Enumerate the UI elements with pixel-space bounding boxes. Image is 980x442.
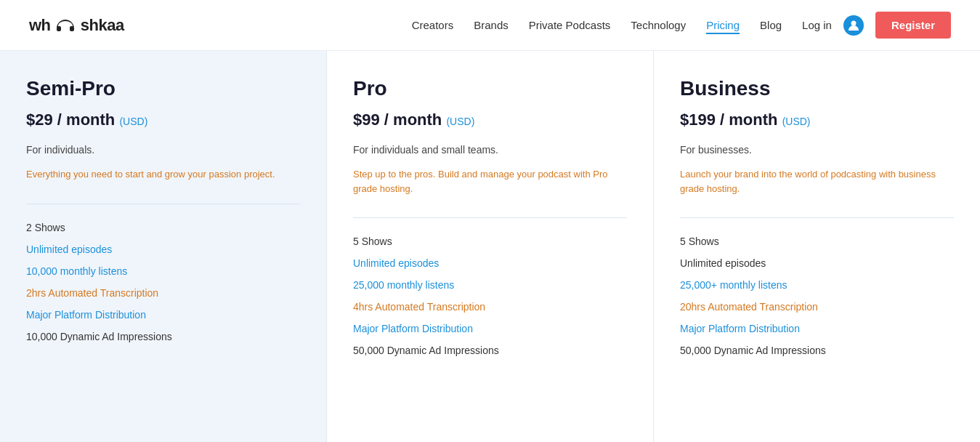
login-link[interactable]: Log in — [802, 19, 832, 31]
nav-private-podcasts[interactable]: Private Podcasts — [529, 16, 611, 34]
semi-pro-features: 2 Shows Unlimited episodes 10,000 monthl… — [26, 222, 300, 342]
pro-feature-0: 5 Shows — [353, 236, 627, 247]
business-period: / month — [720, 110, 777, 129]
semi-pro-divider — [26, 204, 300, 204]
semi-pro-feature-2: 10,000 monthly listens — [26, 265, 300, 277]
pro-feature-4: Major Platform Distribution — [353, 323, 627, 334]
person-icon — [848, 20, 859, 31]
business-feature-4: Major Platform Distribution — [680, 323, 954, 334]
business-feature-1: Unlimited episodes — [680, 257, 954, 269]
nav-creators[interactable]: Creators — [412, 16, 454, 34]
pro-price: $99 / month (USD) — [353, 110, 627, 129]
pro-feature-2: 25,000 monthly listens — [353, 279, 627, 291]
logo-text: wh shkaa — [29, 16, 124, 35]
semi-pro-audience: For individuals. — [26, 144, 300, 156]
pricing-section: Semi-Pro $29 / month (USD) For individua… — [0, 51, 980, 442]
semi-pro-currency: (USD) — [119, 116, 147, 127]
pro-feature-5: 50,000 Dynamic Ad Impressions — [353, 345, 627, 356]
pro-audience: For individuals and small teams. — [353, 144, 627, 156]
business-divider — [680, 217, 954, 218]
user-avatar-icon[interactable] — [843, 15, 864, 36]
business-feature-3: 20hrs Automated Transcription — [680, 301, 954, 313]
pro-features: 5 Shows Unlimited episodes 25,000 monthl… — [353, 236, 627, 356]
business-features: 5 Shows Unlimited episodes 25,000+ month… — [680, 236, 954, 356]
pro-feature-3: 4hrs Automated Transcription — [353, 301, 627, 313]
nav-pricing[interactable]: Pricing — [706, 16, 740, 34]
semi-pro-period: / month — [57, 110, 115, 129]
business-feature-0: 5 Shows — [680, 236, 954, 247]
svg-point-0 — [851, 20, 856, 25]
nav-technology[interactable]: Technology — [631, 16, 686, 34]
pro-divider — [353, 217, 627, 218]
pro-name: Pro — [353, 77, 627, 100]
business-price: $199 / month (USD) — [680, 110, 954, 129]
logo[interactable]: wh shkaa — [29, 16, 124, 35]
pro-tagline: Step up to the pros. Build and manage yo… — [353, 167, 627, 196]
business-name: Business — [680, 77, 954, 100]
semi-pro-price: $29 / month (USD) — [26, 110, 300, 129]
nav-blog[interactable]: Blog — [760, 16, 782, 34]
semi-pro-name: Semi-Pro — [26, 77, 300, 100]
business-price-value: $199 — [680, 110, 716, 129]
plan-semi-pro: Semi-Pro $29 / month (USD) For individua… — [0, 51, 327, 442]
plan-business: Business $199 / month (USD) For business… — [654, 51, 980, 442]
business-feature-5: 50,000 Dynamic Ad Impressions — [680, 345, 954, 356]
register-button[interactable]: Register — [875, 12, 951, 39]
pro-currency: (USD) — [446, 116, 474, 127]
business-currency: (USD) — [782, 116, 811, 127]
business-feature-2: 25,000+ monthly listens — [680, 279, 954, 291]
pro-feature-1: Unlimited episodes — [353, 257, 627, 269]
logo-headphones-icon — [55, 19, 76, 32]
semi-pro-feature-1: Unlimited episodes — [26, 244, 300, 255]
nav-brands[interactable]: Brands — [474, 16, 509, 34]
pro-period: / month — [384, 110, 442, 129]
header-right: Log in Register — [802, 12, 951, 39]
semi-pro-tagline: Everything you need to start and grow yo… — [26, 167, 300, 182]
semi-pro-price-value: $29 — [26, 110, 53, 129]
pro-price-value: $99 — [353, 110, 380, 129]
semi-pro-feature-0: 2 Shows — [26, 222, 300, 233]
semi-pro-feature-5: 10,000 Dynamic Ad Impressions — [26, 331, 300, 342]
main-nav: Creators Brands Private Podcasts Technol… — [412, 16, 782, 34]
semi-pro-feature-4: Major Platform Distribution — [26, 309, 300, 321]
business-tagline: Launch your brand into the world of podc… — [680, 167, 954, 196]
business-audience: For businesses. — [680, 144, 954, 156]
plan-pro: Pro $99 / month (USD) For individuals an… — [327, 51, 654, 442]
semi-pro-feature-3: 2hrs Automated Transcription — [26, 287, 300, 299]
site-header: wh shkaa Creators Brands Private Podcast… — [0, 0, 980, 51]
